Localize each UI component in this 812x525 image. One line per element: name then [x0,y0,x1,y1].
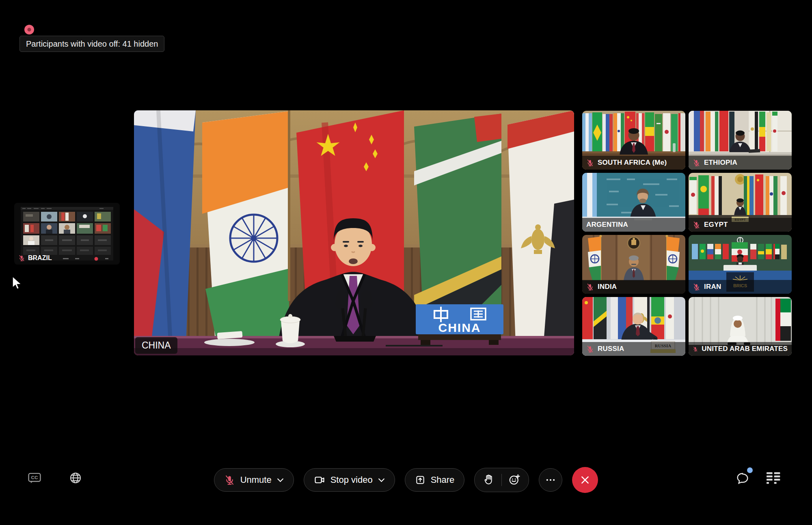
participant-label-russia: RUSSIA [582,342,685,356]
participant-tile-iran[interactable]: BRICS IRAN [689,235,792,294]
active-speaker-name: CHINA [142,340,171,351]
participant-name: ETHIOPIA [704,159,737,167]
reactions-button[interactable] [508,473,520,487]
participant-name: SOUTH AFRICA (Me) [598,159,667,167]
hidden-participants-text: Participants with video off: 41 hidden [26,39,158,48]
chevron-down-icon [277,478,284,482]
participant-name: UNITED ARAB EMIRATES [702,345,788,353]
participant-tile-ethiopia[interactable]: ETHIOPIA [689,111,792,170]
muted-mic-icon [586,283,594,291]
hidden-participants-banner: Participants with video off: 41 hidden [19,36,164,52]
china-stage-scene: CHINA [134,110,574,355]
muted-mic-icon [693,221,700,229]
layout-panels-icon [765,471,781,485]
nameplate-english-text: CHINA [438,321,481,334]
participant-label-ethiopia: ETHIOPIA [689,156,792,170]
share-screen-icon [415,475,425,485]
muted-mic-icon [18,255,25,262]
meeting-window: Participants with video off: 41 hidden [0,0,812,525]
active-speaker-label: CHINA [135,337,177,354]
emoji-plus-icon [508,473,520,486]
participant-tile-india[interactable]: INDIA [582,235,685,294]
unmute-button[interactable]: Unmute [214,468,294,492]
participant-label-uae: UNITED ARAB EMIRATES [689,342,792,356]
muted-mic-icon [693,159,700,167]
participant-name: RUSSIA [598,345,624,353]
participant-name: BRAZIL [28,254,52,262]
participant-label-argentina: ARGENTINA [582,218,685,232]
share-label: Share [431,475,455,485]
globe-icon [69,471,82,484]
closed-captions-icon: CC [28,471,41,484]
captions-button[interactable]: CC [28,471,41,484]
raise-hand-icon [483,473,495,486]
chat-bubble-icon [736,471,749,485]
chat-button[interactable] [736,471,749,486]
muted-mic-icon [693,283,700,291]
participant-name: ARGENTINA [586,221,628,229]
close-x-icon [580,475,590,485]
active-speaker-video-china[interactable]: CHINA CHINA [134,110,574,355]
participant-tile-uae[interactable]: UNITED ARAB EMIRATES [689,297,792,356]
participant-label-egypt: EGYPT [689,218,792,232]
stop-video-button[interactable]: Stop video [304,468,395,492]
participant-thumbnail-brazil[interactable]: BRAZIL [14,203,120,265]
participant-tile-egypt[interactable]: EGYPT EGYPT [689,173,792,232]
leave-meeting-button[interactable] [572,467,598,493]
participant-label-brazil: BRAZIL [18,254,52,262]
muted-mic-icon [693,345,698,353]
divider [501,474,502,486]
more-options-icon [545,474,556,486]
mouse-cursor [11,276,24,290]
language-globe-button[interactable] [69,471,82,484]
video-camera-icon [314,474,325,486]
stop-video-label: Stop video [330,475,373,485]
layout-button[interactable] [765,471,781,485]
control-bar: Unmute Stop video Share [0,467,812,493]
participant-label-south-africa: SOUTH AFRICA (Me) [582,156,685,170]
participant-tile-argentina[interactable]: ARGENTINA [582,173,685,232]
raise-hand-button[interactable] [483,473,495,487]
muted-mic-icon [586,159,594,167]
notification-dot [747,467,753,473]
participant-label-india: INDIA [582,280,685,294]
more-options-button[interactable] [539,468,562,492]
recording-indicator-icon [24,25,34,34]
muted-mic-icon [224,475,235,486]
share-button[interactable]: Share [405,468,465,492]
participant-name: EGYPT [704,221,728,229]
participants-grid: SOUTH AFRICA (Me) [582,111,792,356]
reactions-group [474,468,529,492]
participant-tile-russia[interactable]: RUSSIA RUSSIA [582,297,685,356]
participant-tile-south-africa[interactable]: SOUTH AFRICA (Me) [582,111,685,170]
muted-mic-icon [586,345,594,353]
chevron-down-icon [378,478,385,482]
svg-text:CC: CC [31,475,38,480]
unmute-label: Unmute [240,475,272,485]
participant-name: IRAN [704,283,721,291]
participant-label-iran: IRAN [689,280,792,294]
participant-name: INDIA [598,283,617,291]
